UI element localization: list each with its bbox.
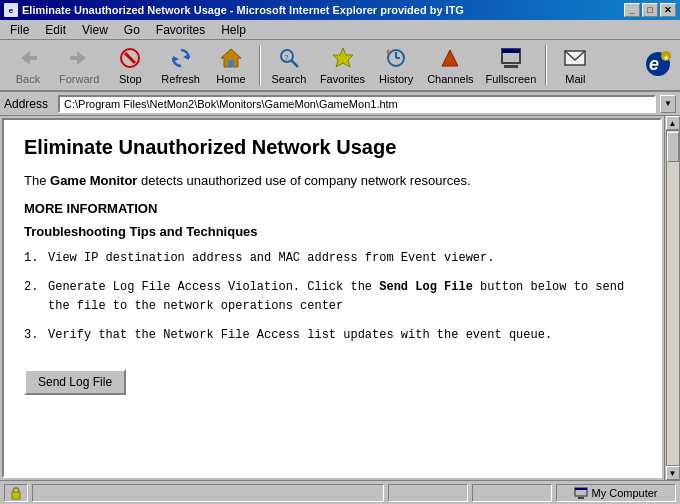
svg-rect-20 <box>504 65 518 68</box>
home-icon <box>217 45 245 71</box>
scroll-track[interactable] <box>666 130 680 466</box>
favorites-button[interactable]: Favorites <box>315 42 370 88</box>
address-bar: Address ▼ <box>0 92 680 116</box>
close-button[interactable]: ✕ <box>660 3 676 17</box>
svg-rect-9 <box>228 60 234 67</box>
address-label: Address <box>4 97 54 111</box>
mail-label: Mail <box>565 73 585 85</box>
stop-icon <box>116 45 144 71</box>
channels-icon <box>436 45 464 71</box>
scroll-up-button[interactable]: ▲ <box>666 116 680 130</box>
subsection-header: Troubleshooting Tips and Techniques <box>24 224 640 239</box>
fullscreen-icon <box>497 45 525 71</box>
svg-marker-2 <box>77 51 86 65</box>
toolbar-separator-2 <box>545 45 547 85</box>
svg-rect-17 <box>446 62 454 64</box>
content-area: Eliminate Unauthorized Network Usage The… <box>2 118 662 478</box>
status-empty-1 <box>388 484 468 502</box>
channels-button[interactable]: Channels <box>422 42 478 88</box>
computer-icon <box>574 486 588 500</box>
menu-file[interactable]: File <box>4 22 35 38</box>
refresh-label: Refresh <box>161 73 200 85</box>
content-wrapper: Eliminate Unauthorized Network Usage The… <box>0 116 680 480</box>
minimize-button[interactable]: _ <box>624 3 640 17</box>
zone-label: My Computer <box>591 487 657 499</box>
vertical-scrollbar[interactable]: ▲ ▼ <box>664 116 680 480</box>
status-bar: My Computer <box>0 480 680 504</box>
menu-bar: File Edit View Go Favorites Help <box>0 20 680 40</box>
item-3-text: Verify that the Network File Access list… <box>48 326 640 345</box>
svg-rect-3 <box>70 56 78 60</box>
lock-icon <box>9 486 23 500</box>
item-2-text: Generate Log File Access Violation. Clic… <box>48 278 640 316</box>
search-button[interactable]: ? Search <box>265 42 313 88</box>
menu-edit[interactable]: Edit <box>39 22 72 38</box>
search-icon: ? <box>275 45 303 71</box>
history-label: History <box>379 73 413 85</box>
svg-rect-26 <box>12 492 20 499</box>
fullscreen-button[interactable]: Fullscreen <box>481 42 542 88</box>
item-2-text-before: Generate Log File Access Violation. Clic… <box>48 280 379 294</box>
item-2-num: 2. <box>24 278 48 316</box>
svg-rect-28 <box>575 488 587 490</box>
svg-marker-0 <box>21 51 30 65</box>
status-empty-2 <box>472 484 552 502</box>
title-bar-left: e Eliminate Unauthorized Network Usage -… <box>4 3 464 17</box>
list-item-1: 1. View IP destination address and MAC a… <box>24 249 640 268</box>
forward-label: Forward <box>59 73 99 85</box>
list-item-2: 2. Generate Log File Access Violation. C… <box>24 278 640 316</box>
stop-button[interactable]: Stop <box>106 42 154 88</box>
item-1-text: View IP destination address and MAC addr… <box>48 249 640 268</box>
forward-button[interactable]: Forward <box>54 42 104 88</box>
stop-label: Stop <box>119 73 142 85</box>
svg-rect-1 <box>29 56 37 60</box>
svg-rect-19 <box>502 49 520 53</box>
title-bar: e Eliminate Unauthorized Network Usage -… <box>0 0 680 20</box>
section-header: MORE INFORMATION <box>24 201 640 216</box>
history-button[interactable]: History <box>372 42 420 88</box>
search-label: Search <box>271 73 306 85</box>
back-label: Back <box>16 73 40 85</box>
mail-icon <box>561 45 589 71</box>
intro-text: The Game Monitor detects unauthorized us… <box>24 171 640 191</box>
address-dropdown[interactable]: ▼ <box>660 95 676 113</box>
forward-icon <box>65 45 93 71</box>
svg-text:e: e <box>649 54 659 74</box>
status-security-icon <box>4 484 28 502</box>
refresh-icon <box>167 45 195 71</box>
toolbar-separator-1 <box>259 45 261 85</box>
svg-line-5 <box>125 53 135 63</box>
toolbar: Back Forward Stop <box>0 40 680 92</box>
address-input[interactable] <box>58 95 656 113</box>
maximize-button[interactable]: □ <box>642 3 658 17</box>
scroll-thumb[interactable] <box>667 132 679 162</box>
svg-line-11 <box>291 61 298 68</box>
ie-logo-icon: e ★ <box>644 50 672 78</box>
menu-go[interactable]: Go <box>118 22 146 38</box>
home-button[interactable]: Home <box>207 42 255 88</box>
back-button[interactable]: Back <box>4 42 52 88</box>
back-icon <box>14 45 42 71</box>
list-item-3: 3. Verify that the Network File Access l… <box>24 326 640 345</box>
svg-marker-6 <box>183 54 189 60</box>
ie-logo-area: e ★ <box>644 50 672 81</box>
item-2-bold: Send Log File <box>379 280 473 294</box>
item-1-num: 1. <box>24 249 48 268</box>
refresh-button[interactable]: Refresh <box>156 42 205 88</box>
send-log-file-button[interactable]: Send Log File <box>24 369 126 395</box>
status-zone: My Computer <box>556 484 676 502</box>
favorites-label: Favorites <box>320 73 365 85</box>
svg-text:?: ? <box>284 53 289 62</box>
bold-game-monitor: Game Monitor <box>50 173 137 188</box>
channels-label: Channels <box>427 73 473 85</box>
svg-marker-7 <box>173 56 179 62</box>
menu-help[interactable]: Help <box>215 22 252 38</box>
menu-favorites[interactable]: Favorites <box>150 22 211 38</box>
ie-icon: e <box>4 3 18 17</box>
menu-view[interactable]: View <box>76 22 114 38</box>
page-title: Eliminate Unauthorized Network Usage <box>24 136 640 159</box>
mail-button[interactable]: Mail <box>551 42 599 88</box>
status-main <box>32 484 384 502</box>
window-title: Eliminate Unauthorized Network Usage - M… <box>22 4 464 16</box>
scroll-down-button[interactable]: ▼ <box>666 466 680 480</box>
